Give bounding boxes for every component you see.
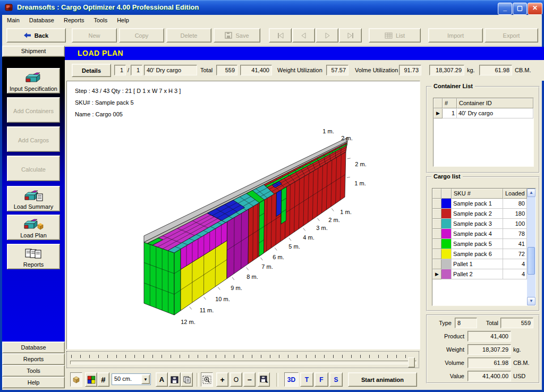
meter-label: 1 m. xyxy=(322,128,334,134)
trackbar-thumb[interactable] xyxy=(408,357,415,368)
cargo-row[interactable]: Pallet 14 xyxy=(432,259,536,269)
last-record-button[interactable] xyxy=(339,28,362,42)
cargo-row[interactable]: ▶Pallet 24 xyxy=(432,269,536,279)
zoom-marquee-icon xyxy=(202,376,211,384)
totals-field-weight[interactable]: 18,307.29 xyxy=(468,344,511,355)
wireframe-view-button[interactable]: # xyxy=(97,372,109,387)
volume-utilization-field[interactable]: 91.73 xyxy=(399,65,421,75)
minimize-button[interactable]: _ xyxy=(498,3,512,15)
load-plan-3d-view[interactable]: Step : 43 / 43 Qty : 21 [ D 1 x W 7 x H … xyxy=(66,81,420,350)
new-button[interactable]: New xyxy=(72,28,117,42)
meter-label: 3 m. xyxy=(316,225,327,231)
volume-field[interactable]: 61.98 xyxy=(479,65,512,75)
prev-record-button[interactable] xyxy=(292,28,315,42)
grand-total-field[interactable]: 559 xyxy=(500,318,533,328)
zoom-in-button[interactable]: + xyxy=(216,372,228,387)
total-product-field[interactable]: 41,400 xyxy=(240,65,272,75)
grand-total-label: Total xyxy=(480,318,498,328)
back-button[interactable]: Back xyxy=(6,28,66,42)
next-record-button[interactable] xyxy=(316,28,338,42)
container-index-field[interactable]: 1 xyxy=(114,65,126,75)
details-button[interactable]: Details xyxy=(72,64,111,77)
meter-label: 2 m. xyxy=(355,161,366,167)
sidebar-nav-tools[interactable]: Tools xyxy=(2,365,65,377)
trackbar-channel[interactable] xyxy=(70,361,416,364)
weight-utilization-field[interactable]: 57.57 xyxy=(326,65,348,75)
cargo-row[interactable]: Sample pack 672 xyxy=(432,249,536,259)
start-animation-button[interactable]: Start animation xyxy=(348,372,417,387)
volume-utilization-label: Volme Utilization xyxy=(355,65,398,75)
menu-item-tools[interactable]: Tools xyxy=(89,16,112,24)
totals-field-value[interactable]: 41,400.00 xyxy=(468,371,511,381)
totals-field-product[interactable]: 41,400 xyxy=(468,331,511,342)
sidebar-button-add-containers[interactable]: Add Containers xyxy=(7,97,60,123)
sidebar-nav-database[interactable]: Database xyxy=(2,342,65,353)
sidebar-button-reports[interactable]: Reports xyxy=(7,244,60,269)
copy-button[interactable]: Copy xyxy=(119,28,164,42)
cargo-color-swatch xyxy=(441,239,452,249)
view-top-button[interactable]: T xyxy=(300,372,313,387)
label-toggle-button[interactable]: A xyxy=(156,372,168,387)
zoom-reset-button[interactable]: O xyxy=(230,372,242,387)
sidebar-nav-reports[interactable]: Reports xyxy=(2,353,65,365)
sidebar-button-input-specification[interactable]: Input Specification xyxy=(7,68,60,93)
cargo-list-scrollbar[interactable]: ▲ ▼ xyxy=(527,189,536,305)
scroll-down-icon[interactable]: ▼ xyxy=(527,297,536,305)
totals-field-volume[interactable]: 61.98 xyxy=(468,357,511,368)
scrollbar-thumb[interactable] xyxy=(528,247,535,275)
import-button[interactable]: Import xyxy=(428,28,483,42)
cargo-row[interactable]: Sample pack 2180 xyxy=(432,209,536,219)
selector-column-header xyxy=(434,98,443,108)
scroll-up-icon[interactable]: ▲ xyxy=(527,189,536,197)
zoom-out-button[interactable]: − xyxy=(243,372,256,387)
view-front-button[interactable]: F xyxy=(314,372,328,387)
scale-dropdown[interactable]: 50 cm. ▼ xyxy=(112,373,151,385)
menu-item-reports[interactable]: Reports xyxy=(59,16,89,24)
sidebar-button-load-plan[interactable]: Load Plan xyxy=(7,215,60,240)
meter-label: 1 m. xyxy=(354,180,366,186)
type-field[interactable]: 8 xyxy=(455,318,477,328)
total-qty-field[interactable]: 559 xyxy=(216,65,237,75)
container-row[interactable]: ▶140' Dry cargo xyxy=(434,108,533,118)
save-button[interactable]: Save xyxy=(214,28,260,42)
load-summary-icon xyxy=(23,190,44,202)
container-num: 1 xyxy=(443,108,457,118)
animation-trackbar[interactable] xyxy=(66,351,419,368)
title-bar[interactable]: Dreamsofts : Cargo Optimizer 4.00 Profes… xyxy=(0,0,544,15)
view-side-button[interactable]: S xyxy=(329,372,343,387)
cargo-row[interactable]: Sample pack 478 xyxy=(432,229,536,239)
menu-item-help[interactable]: Help xyxy=(112,16,134,24)
cargo-row[interactable]: Sample pack 180 xyxy=(432,199,536,209)
view-3d-button[interactable]: 3D xyxy=(284,372,299,387)
maximize-button[interactable]: ▢ xyxy=(513,3,527,15)
save-image-button[interactable] xyxy=(168,372,181,387)
container-count-field[interactable]: 1 xyxy=(131,65,142,75)
delete-button[interactable]: Delete xyxy=(166,28,211,42)
sidebar-button-calculate[interactable]: Calculate xyxy=(7,156,60,181)
color-column-header xyxy=(441,189,452,199)
cargo-row[interactable]: Sample pack 541 xyxy=(432,239,536,249)
sidebar-nav-help[interactable]: Help xyxy=(2,377,65,388)
menu-item-database[interactable]: Database xyxy=(24,16,59,24)
dropdown-arrow-icon[interactable]: ▼ xyxy=(141,374,150,384)
weight-field[interactable]: 18,307.29 xyxy=(429,65,464,75)
color-view-button[interactable] xyxy=(85,372,97,387)
row-selector xyxy=(432,249,441,259)
copy-image-button[interactable] xyxy=(181,372,193,387)
solid-view-button[interactable] xyxy=(70,372,82,387)
svg-text:+: + xyxy=(266,380,268,384)
window-border-bottom xyxy=(0,390,544,392)
zoom-select-button[interactable] xyxy=(201,372,213,387)
cargo-row[interactable]: Sample pack 3100 xyxy=(432,219,536,229)
close-button[interactable]: ✕ xyxy=(528,3,542,15)
save-view-button[interactable]: + xyxy=(258,372,270,387)
main-toolbar: Back New Copy Delete Save List Import Ex… xyxy=(2,25,542,46)
first-record-button[interactable] xyxy=(269,28,292,42)
sidebar-button-load-summary[interactable]: Load Summary xyxy=(7,186,60,211)
export-button[interactable]: Export xyxy=(484,28,538,42)
sidebar-button-add-cargos[interactable]: Add Cargos xyxy=(7,126,60,152)
list-button[interactable]: List xyxy=(369,28,421,42)
menu-item-main[interactable]: Main xyxy=(2,16,24,24)
container-name-field[interactable]: 40' Dry cargo xyxy=(144,65,197,75)
container-list-groupbox: Container List # Container ID ▶140' Dry … xyxy=(426,86,540,173)
